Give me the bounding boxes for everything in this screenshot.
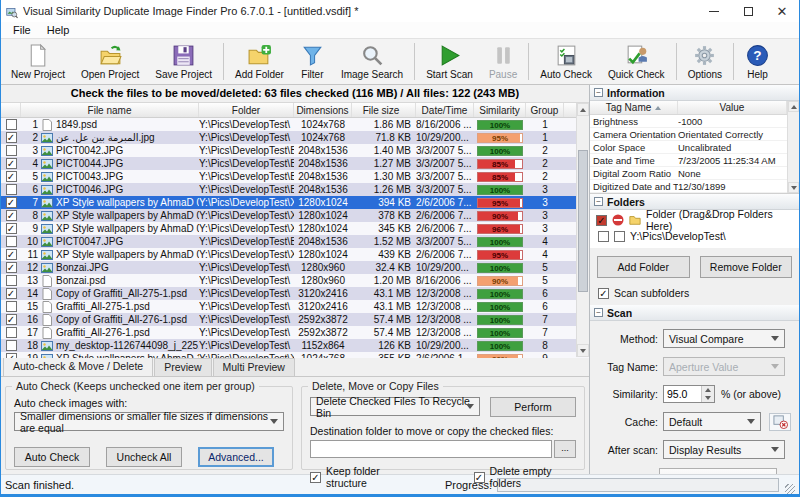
cache-dropdown[interactable]: Default bbox=[663, 412, 761, 431]
row-checkbox[interactable] bbox=[6, 288, 17, 299]
perform-button[interactable]: Perform bbox=[490, 397, 576, 417]
advanced-button[interactable]: Advanced... bbox=[198, 447, 274, 467]
menu-help[interactable]: Help bbox=[39, 23, 78, 37]
information-section-header[interactable]: − Information bbox=[590, 85, 799, 101]
row-checkbox[interactable] bbox=[6, 197, 17, 208]
column-header-datetime[interactable]: Date/Time bbox=[416, 103, 474, 117]
save-project-button[interactable]: Save Project bbox=[147, 40, 220, 83]
table-row[interactable]: 2المبرمة بين عل. عن.jpgY:\Pics\DevelopTe… bbox=[1, 131, 589, 144]
delete-empty-folders-checkbox[interactable] bbox=[474, 472, 485, 483]
image-search-button[interactable]: Image Search bbox=[333, 40, 411, 83]
info-row[interactable]: Brightness-1000 bbox=[590, 115, 799, 128]
tab-multi-preview[interactable]: Multi Preview bbox=[213, 358, 295, 376]
root-checkbox[interactable] bbox=[596, 215, 607, 226]
table-row[interactable]: 4PICT0044.JPGY:\Pics\DevelopTest\B...204… bbox=[1, 157, 589, 170]
row-checkbox[interactable] bbox=[6, 171, 17, 182]
spin-up-icon[interactable] bbox=[702, 386, 714, 394]
information-scrollbar[interactable] bbox=[787, 101, 799, 193]
options-button[interactable]: Options bbox=[680, 40, 730, 83]
row-checkbox[interactable] bbox=[6, 119, 17, 130]
row-checkbox[interactable] bbox=[6, 353, 17, 358]
column-header-similarity[interactable]: Similarity bbox=[474, 103, 526, 117]
start-scan-button[interactable]: Start Scan bbox=[418, 40, 481, 83]
row-checkbox[interactable] bbox=[6, 262, 17, 273]
auto-check-criteria-dropdown[interactable]: Smaller dimensions or smaller file sizes… bbox=[14, 412, 284, 431]
table-row[interactable]: 17Graffiti_All-276-1.psdY:\Pics\DevelopT… bbox=[1, 326, 589, 339]
row-checkbox[interactable] bbox=[6, 314, 17, 325]
files-table-scrollbar[interactable] bbox=[576, 103, 589, 357]
table-row[interactable]: 7XP Style wallpapers by AhmaD 060.jpgY:\… bbox=[1, 196, 589, 209]
scroll-up-icon[interactable] bbox=[577, 103, 589, 116]
scan-subfolders-checkbox[interactable] bbox=[598, 288, 609, 299]
info-row[interactable]: Digital Zoom RatioNone bbox=[590, 167, 799, 180]
row-checkbox[interactable] bbox=[6, 301, 17, 312]
info-row[interactable]: Digitized Date and Time12/30/1899 bbox=[590, 180, 799, 193]
close-button[interactable]: ✕ bbox=[765, 0, 799, 22]
table-row[interactable]: 6PICT0046.JPGY:\Pics\DevelopTest\B...204… bbox=[1, 183, 589, 196]
table-row[interactable]: 11849.psdY:\Pics\DevelopTest\1024x7681.8… bbox=[1, 118, 589, 131]
collapse-icon[interactable]: − bbox=[594, 308, 603, 317]
value-column-header[interactable]: Value bbox=[678, 101, 787, 114]
row-checkbox[interactable] bbox=[6, 158, 17, 169]
column-header-filename[interactable]: File name bbox=[21, 103, 199, 117]
info-row[interactable]: Color SpaceUncalibrated bbox=[590, 141, 799, 154]
table-row[interactable]: 8XP Style wallpapers by AhmaD 067.jpgY:\… bbox=[1, 209, 589, 222]
row-checkbox[interactable] bbox=[6, 236, 17, 247]
new-project-button[interactable]: New Project bbox=[3, 40, 73, 83]
action-dropdown[interactable]: Delete Checked Files To Recycle Bin bbox=[310, 397, 480, 416]
scroll-down-icon[interactable] bbox=[577, 344, 589, 357]
auto-check-button[interactable]: Auto Check bbox=[14, 447, 90, 467]
scroll-thumb[interactable] bbox=[578, 150, 588, 291]
table-row[interactable]: 3PICT0042.JPGY:\Pics\DevelopTest\B...204… bbox=[1, 144, 589, 157]
column-header-check[interactable] bbox=[1, 103, 21, 117]
row-checkbox[interactable] bbox=[6, 145, 17, 156]
column-header-dimensions[interactable]: Dimensions bbox=[294, 103, 352, 117]
similarity-spinner[interactable]: 95.0 bbox=[663, 385, 715, 403]
row-checkbox[interactable] bbox=[6, 249, 17, 260]
destination-input[interactable] bbox=[310, 440, 552, 458]
column-header-filesize[interactable]: File size bbox=[352, 103, 416, 117]
column-header-folder[interactable]: Folder bbox=[199, 103, 294, 117]
maximize-button[interactable] bbox=[731, 0, 765, 22]
scan-section-header[interactable]: − Scan bbox=[590, 305, 799, 321]
folder-checkbox-2[interactable] bbox=[614, 231, 625, 242]
table-row[interactable]: 12Bonzai.JPGY:\Pics\DevelopTest\1280x960… bbox=[1, 261, 589, 274]
table-row[interactable]: 5PICT0043.JPGY:\Pics\DevelopTest\B...204… bbox=[1, 170, 589, 183]
table-row[interactable]: 11XP Style wallpapers by AhmaD 065.jpgY:… bbox=[1, 248, 589, 261]
collapse-icon[interactable]: − bbox=[594, 197, 603, 206]
clear-cache-button[interactable] bbox=[769, 413, 791, 431]
menu-file[interactable]: File bbox=[5, 23, 39, 37]
filter-button[interactable]: Filter bbox=[292, 40, 333, 83]
folders-root-row[interactable]: Folder (Drag&Drop Folders Here) bbox=[590, 212, 799, 228]
resize-grip[interactable] bbox=[785, 484, 795, 494]
info-row[interactable]: Date and Time7/23/2005 11:25:34 AM bbox=[590, 154, 799, 167]
help-button[interactable]: ?Help bbox=[737, 40, 778, 83]
spin-down-icon[interactable] bbox=[702, 394, 714, 402]
quick-check-button[interactable]: Quick Check bbox=[600, 40, 673, 83]
open-project-button[interactable]: Open Project bbox=[73, 40, 147, 83]
row-checkbox[interactable] bbox=[6, 223, 17, 234]
auto-check-button[interactable]: Auto Check bbox=[532, 40, 600, 83]
table-row[interactable]: 14Copy of Graffiti_All-275-1.psdY:\Pics\… bbox=[1, 287, 589, 300]
minimize-button[interactable] bbox=[697, 0, 731, 22]
table-row[interactable]: 9XP Style wallpapers by AhmaD 071.jpgY:\… bbox=[1, 222, 589, 235]
table-row[interactable]: 19XP Style wallpapers by AhmaD 106.jpgY:… bbox=[1, 352, 589, 358]
table-row[interactable]: 10PICT0047.JPGY:\Pics\DevelopTest\B...20… bbox=[1, 235, 589, 248]
add-folder-button[interactable]: Add Folder bbox=[597, 256, 690, 278]
browse-button[interactable]: ... bbox=[554, 440, 576, 458]
tab-auto-check-move-delete[interactable]: Auto-check & Move / Delete bbox=[3, 357, 153, 376]
table-row[interactable]: 16Copy of Graffiti_All-276-1.psdY:\Pics\… bbox=[1, 313, 589, 326]
table-row[interactable]: 18my_desktop-1126744098_j_2251_full.jpgY… bbox=[1, 339, 589, 352]
tab-preview[interactable]: Preview bbox=[154, 358, 211, 376]
row-checkbox[interactable] bbox=[6, 184, 17, 195]
add-folder-button[interactable]: Add Folder bbox=[227, 40, 292, 83]
scroll-down-icon[interactable] bbox=[788, 182, 799, 193]
uncheck-all-button[interactable]: Uncheck All bbox=[106, 447, 182, 467]
table-row[interactable]: 15Graffiti_All-275-1.psdY:\Pics\DevelopT… bbox=[1, 300, 589, 313]
folder-checkbox-1[interactable] bbox=[598, 231, 609, 242]
scroll-track[interactable] bbox=[577, 116, 589, 344]
table-row[interactable]: 13Bonzai.psdY:\Pics\DevelopTest\1280x960… bbox=[1, 274, 589, 287]
row-checkbox[interactable] bbox=[6, 132, 17, 143]
row-checkbox[interactable] bbox=[6, 275, 17, 286]
scroll-up-icon[interactable] bbox=[788, 101, 799, 112]
